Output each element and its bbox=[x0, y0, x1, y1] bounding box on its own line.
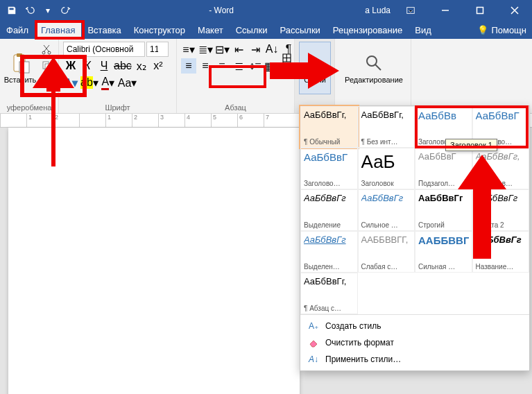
svg-point-13 bbox=[367, 56, 377, 66]
redo-icon[interactable] bbox=[58, 3, 74, 18]
style-name: Заголовок bbox=[361, 180, 412, 187]
style-cell[interactable]: АаБбВвГгНазвание… bbox=[472, 231, 530, 273]
styles-grid: АаБбВвГг,¶ ОбычныйАаБбВвГг,¶ Без инт…АаБ… bbox=[300, 106, 529, 314]
style-cell[interactable]: АаБбВвГг,¶ Без инт… bbox=[358, 106, 415, 148]
align-left-icon[interactable]: ≡ bbox=[181, 58, 196, 74]
group-font-label: Шрифт bbox=[63, 102, 172, 112]
bold-icon[interactable]: Ж bbox=[63, 58, 78, 74]
highlight-icon[interactable]: ab▾ bbox=[80, 75, 99, 90]
group-font: Ж К Ч abc x₂ x² A▾ ab▾ A▾ Aa▾ Шрифт bbox=[59, 39, 177, 113]
font-size-select[interactable] bbox=[146, 42, 169, 57]
ruler-mark bbox=[0, 114, 26, 127]
style-preview: АаБбВв bbox=[418, 110, 469, 121]
justify-icon[interactable]: ≣ bbox=[231, 58, 246, 74]
style-name: Сильная … bbox=[418, 263, 469, 271]
group-clipboard-label: уферобмена bbox=[4, 102, 54, 112]
superscript-icon[interactable]: x² bbox=[151, 58, 166, 74]
borders-icon[interactable]: 田▾ bbox=[281, 58, 296, 74]
tab-view[interactable]: Вид bbox=[409, 22, 438, 39]
style-cell[interactable]: АаБбВвГгСильное … bbox=[358, 189, 415, 231]
cut-icon[interactable] bbox=[39, 42, 54, 57]
bulb-icon: 💡 bbox=[477, 25, 488, 35]
decrease-indent-icon[interactable]: ⇤ bbox=[231, 42, 246, 57]
style-cell[interactable]: АаБбВвГгВыделен… bbox=[300, 231, 358, 273]
shading-icon[interactable]: ▦▾ bbox=[264, 58, 280, 74]
ruler-mark: 2 bbox=[53, 114, 79, 127]
tab-design[interactable]: Конструктор bbox=[128, 22, 191, 39]
qat-dropdown-icon[interactable]: ▾ bbox=[40, 3, 55, 18]
style-cell[interactable]: ААББВВГСильная … bbox=[415, 231, 472, 273]
underline-icon[interactable]: Ч bbox=[96, 58, 112, 74]
style-cell[interactable]: АаБбВвГПодзагол… bbox=[415, 148, 472, 189]
font-color-icon[interactable]: A▾ bbox=[101, 75, 116, 90]
svg-rect-10 bbox=[43, 78, 49, 82]
quick-access-toolbar: ▾ bbox=[0, 3, 78, 18]
maximize-button[interactable] bbox=[465, 0, 495, 21]
ruler-mark: 1 bbox=[105, 114, 132, 127]
tab-references[interactable]: Ссылки bbox=[230, 22, 274, 39]
style-cell[interactable]: АаБбВвГг,¶ Абзац с… bbox=[300, 273, 358, 314]
ruler-mark: 4 bbox=[185, 114, 211, 127]
svg-text:A: A bbox=[307, 55, 316, 70]
text-effects-icon[interactable]: A▾ bbox=[63, 75, 78, 90]
editing-button[interactable]: Редактирование bbox=[339, 42, 409, 94]
ruler-mark: 1 bbox=[26, 114, 53, 127]
increase-indent-icon[interactable]: ⇥ bbox=[248, 42, 263, 57]
tell-me[interactable]: 💡 Помощн bbox=[472, 22, 532, 39]
font-family-select[interactable] bbox=[63, 42, 145, 57]
tab-home[interactable]: Главная bbox=[35, 22, 81, 39]
style-cell[interactable]: АаБбВвГгСтрогий bbox=[415, 189, 472, 231]
copy-icon[interactable] bbox=[39, 58, 54, 74]
style-cell[interactable]: АаБбВвГг,Слабое в… bbox=[472, 148, 530, 189]
style-name: Слабое в… bbox=[476, 180, 526, 187]
style-preview: АаБбВвГ bbox=[304, 151, 354, 163]
style-preview: АаБ bbox=[361, 151, 412, 173]
tab-layout[interactable]: Макет bbox=[191, 22, 230, 39]
apply-styles-label: Применить стили… bbox=[325, 354, 401, 364]
tab-insert[interactable]: Вставка bbox=[81, 22, 127, 39]
format-painter-icon[interactable] bbox=[39, 75, 54, 90]
undo-icon[interactable] bbox=[22, 3, 37, 18]
apply-styles-icon: A↓ bbox=[307, 354, 320, 365]
style-preview: АаБбВвГг bbox=[361, 193, 412, 203]
tell-me-label: Помощн bbox=[491, 25, 526, 35]
style-cell[interactable]: АаБЗаголовок bbox=[358, 148, 415, 189]
paste-button[interactable]: Вставить bbox=[4, 42, 36, 94]
close-button[interactable] bbox=[500, 0, 529, 21]
subscript-icon[interactable]: x₂ bbox=[134, 58, 149, 74]
change-case-icon[interactable]: Aa▾ bbox=[117, 75, 138, 90]
minimize-button[interactable] bbox=[431, 0, 460, 21]
sort-icon[interactable]: A↓ bbox=[264, 42, 280, 57]
tab-file[interactable]: Файл bbox=[0, 22, 35, 39]
style-name: Строгий bbox=[418, 221, 469, 229]
apply-styles-item[interactable]: A↓ Применить стили… bbox=[300, 351, 529, 368]
tab-mailings[interactable]: Рассылки bbox=[273, 22, 326, 39]
user-name: a Luda bbox=[365, 6, 391, 15]
style-cell[interactable]: АаБбВвГгЦитата 2 bbox=[472, 189, 530, 231]
document-page[interactable] bbox=[8, 128, 300, 394]
numbering-icon[interactable]: ≣▾ bbox=[198, 42, 213, 57]
tab-review[interactable]: Рецензирование bbox=[327, 22, 409, 39]
create-style-icon: A₊ bbox=[307, 320, 320, 332]
styles-button[interactable]: A Стили bbox=[299, 42, 331, 94]
clear-format-item[interactable]: Очистить формат bbox=[300, 334, 529, 351]
strike-icon[interactable]: abc bbox=[113, 58, 132, 74]
style-preview: АаБбВвГг, bbox=[361, 110, 412, 120]
align-right-icon[interactable]: ≡ bbox=[214, 58, 230, 74]
style-preview: АаБбВвГ bbox=[418, 151, 469, 162]
multilevel-icon[interactable]: ⊟▾ bbox=[214, 42, 230, 57]
style-cell[interactable]: АаБбВвГЗаголово… bbox=[300, 148, 358, 189]
italic-icon[interactable]: К bbox=[80, 58, 95, 74]
title-bar: ▾ - Word a Luda bbox=[0, 0, 532, 21]
create-style-item[interactable]: A₊ Создать стиль bbox=[300, 318, 529, 334]
ribbon-options-icon[interactable] bbox=[396, 0, 425, 21]
line-spacing-icon[interactable]: ↕≡ bbox=[248, 58, 263, 74]
bullets-icon[interactable]: ≡▾ bbox=[181, 42, 196, 57]
style-preview: ААББВВГ bbox=[418, 234, 469, 246]
align-center-icon[interactable]: ≡ bbox=[198, 58, 213, 74]
style-name: Слабая с… bbox=[361, 263, 412, 271]
style-cell[interactable]: АаБбВвГг,¶ Обычный bbox=[300, 106, 358, 148]
style-cell[interactable]: ААББВВГГ,Слабая с… bbox=[358, 231, 415, 273]
style-cell[interactable]: АаБбВвГгВыделение bbox=[300, 189, 358, 231]
save-icon[interactable] bbox=[4, 3, 19, 18]
